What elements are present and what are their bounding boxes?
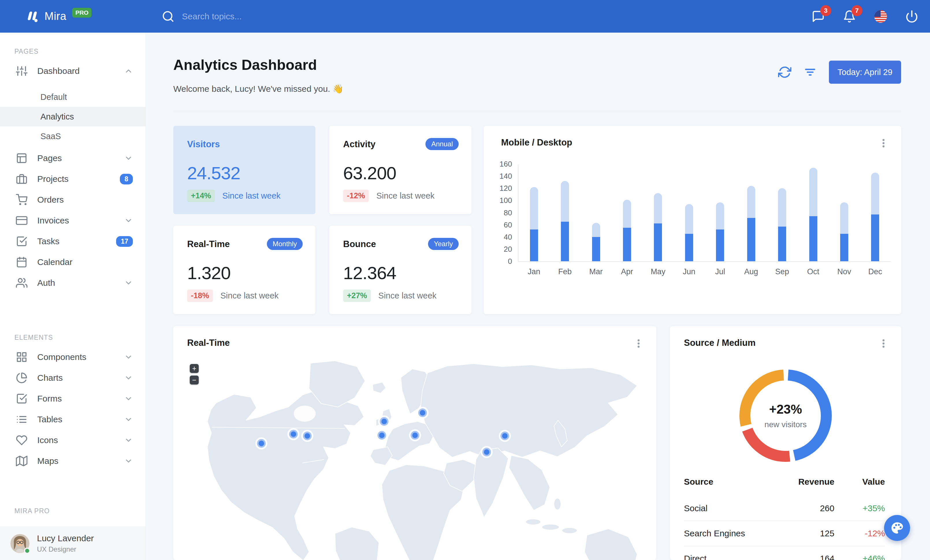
sidebar-user-profile[interactable]: Lucy Lavender UX Designer	[0, 526, 146, 560]
bar-segment-mobile	[747, 218, 755, 261]
map-marker[interactable]	[376, 429, 388, 441]
sidebar-item-tasks[interactable]: Tasks 17	[0, 231, 146, 252]
sidebar-item-invoices[interactable]: Invoices	[0, 210, 146, 231]
mobile-desktop-chart-card: Mobile / Desktop 020406080100120140160Ja…	[484, 126, 901, 314]
bar-segment-desktop	[871, 173, 879, 215]
bar-column-apr: Apr	[611, 164, 642, 261]
bar-column-may: May	[643, 164, 673, 261]
sidebar-item-components[interactable]: Components	[0, 347, 146, 367]
map-marker-ring	[291, 431, 296, 437]
stat-card-realtime[interactable]: Real-Time Monthly 1.320 -18% Since last …	[173, 226, 316, 314]
sidebar-item-label: Invoices	[37, 216, 114, 226]
sidebar: PAGES Dashboard Default Analytics SaaS P…	[0, 32, 146, 560]
map-marker[interactable]	[378, 416, 390, 428]
refresh-icon	[778, 66, 791, 79]
map-marker[interactable]	[255, 437, 268, 450]
chart-menu-button[interactable]	[878, 137, 890, 149]
map-menu-button[interactable]	[633, 338, 645, 349]
sidebar-item-auth[interactable]: Auth	[0, 273, 146, 293]
sidebar-item-tables[interactable]: Tables	[0, 409, 146, 430]
bar-segment-desktop	[623, 200, 631, 228]
stat-card-activity[interactable]: Activity Annual 63.200 -12% Since last w…	[329, 126, 471, 214]
table-row-search-engines: Search Engines 125 -12%	[684, 521, 885, 546]
map-zoom-out-button[interactable]: −	[190, 376, 199, 385]
grid-icon	[16, 351, 28, 363]
sidebar-item-maps[interactable]: Maps	[0, 451, 146, 471]
bar-segment-desktop	[592, 223, 600, 237]
x-axis-label: Sep	[775, 267, 789, 276]
power-icon	[905, 10, 918, 23]
stat-card-visitors[interactable]: Visitors 24.532 +14% Since last week	[173, 126, 316, 214]
row-source: Direct	[684, 554, 784, 560]
source-medium-menu-button[interactable]	[878, 338, 890, 349]
landmass-india	[474, 448, 508, 517]
sidebar-item-charts[interactable]: Charts	[0, 367, 146, 388]
credit-card-icon	[16, 215, 28, 226]
navbar-actions: 3 7	[811, 0, 919, 32]
language-button[interactable]	[874, 9, 888, 24]
col-revenue: Revenue	[784, 477, 835, 487]
brand-name: Mira	[45, 10, 66, 23]
landmass-asia	[420, 364, 637, 458]
stat-caption: Since last week	[220, 291, 279, 301]
chevron-down-icon	[124, 279, 133, 287]
refresh-button[interactable]	[778, 65, 793, 80]
brand-link[interactable]: Mira PRO	[25, 0, 92, 32]
sidebar-subitem-saas[interactable]: SaaS	[0, 126, 146, 146]
messages-button[interactable]: 3	[811, 9, 826, 24]
notifications-button[interactable]: 7	[843, 9, 857, 24]
bar-column-jun: Jun	[673, 164, 704, 261]
heart-icon	[16, 434, 28, 446]
date-range-button[interactable]: Today: April 29	[829, 61, 901, 84]
bar-plot: 020406080100120140160JanFebMarAprMayJunJ…	[518, 164, 891, 262]
users-icon	[16, 277, 28, 288]
bar-segment-desktop	[840, 203, 848, 234]
landmass-philippines	[554, 498, 561, 510]
period-badge: Yearly	[428, 238, 459, 250]
filter-button[interactable]	[804, 65, 818, 80]
bar-column-feb: Feb	[549, 164, 580, 261]
world-map	[173, 360, 656, 560]
donut-center: +23% new visitors	[739, 370, 832, 462]
bar-segment-desktop	[809, 168, 818, 216]
sidebar-item-dashboard[interactable]: Dashboard	[0, 61, 146, 81]
y-axis-tick: 160	[500, 160, 512, 168]
y-axis-tick: 40	[504, 233, 512, 241]
welcome-message: Welcome back, Lucy! We've missed you. 👋	[173, 84, 901, 94]
sidebar-item-orders[interactable]: Orders	[0, 189, 146, 210]
sidebar-subitem-default[interactable]: Default	[0, 87, 146, 107]
sidebar-subitem-analytics[interactable]: Analytics	[0, 107, 146, 126]
stacked-bar	[530, 187, 538, 261]
map-marker[interactable]	[301, 430, 313, 442]
search-input[interactable]	[182, 11, 331, 21]
map-zoom-in-button[interactable]: +	[190, 364, 199, 373]
map-marker[interactable]	[480, 446, 493, 458]
subitem-label: Analytics	[40, 112, 74, 121]
map-marker[interactable]	[499, 430, 511, 442]
stat-caption: Since last week	[376, 191, 435, 201]
stacked-bar	[623, 200, 631, 261]
donut-chart: +23% new visitors	[739, 370, 832, 462]
bar-column-aug: Aug	[736, 164, 767, 261]
theme-settings-fab[interactable]	[884, 515, 910, 541]
map-marker[interactable]	[287, 428, 300, 440]
period-badge: Annual	[425, 138, 459, 150]
stacked-bar	[871, 173, 879, 262]
realtime-map-card: Real-Time + −	[173, 326, 656, 560]
bar-column-mar: Mar	[580, 164, 611, 261]
map-marker[interactable]	[416, 407, 429, 419]
sidebar-item-icons[interactable]: Icons	[0, 430, 146, 451]
sidebar-item-pages[interactable]: Pages	[0, 148, 146, 169]
sidebar-item-projects[interactable]: Projects 8	[0, 169, 146, 189]
sliders-icon	[16, 65, 28, 77]
stat-value: 1.320	[187, 263, 302, 283]
col-value: Value	[835, 477, 885, 487]
us-flag-icon	[874, 10, 887, 23]
stat-card-bounce[interactable]: Bounce Yearly 12.364 +27% Since last wee…	[329, 226, 471, 314]
chevron-down-icon	[124, 457, 133, 465]
map-marker[interactable]	[409, 429, 421, 441]
sign-out-button[interactable]	[905, 9, 919, 24]
sidebar-item-forms[interactable]: Forms	[0, 388, 146, 409]
sidebar-item-calendar[interactable]: Calendar	[0, 252, 146, 273]
y-axis-tick: 60	[504, 221, 512, 229]
